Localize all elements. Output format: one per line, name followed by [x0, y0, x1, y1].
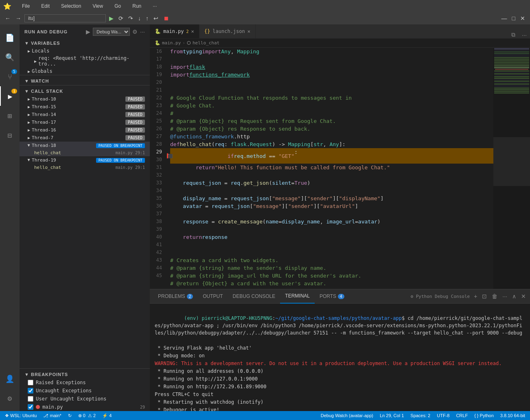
breadcrumb-fn[interactable]: hello_chat	[193, 40, 219, 46]
debug-restart-button[interactable]: ⟳	[117, 14, 125, 22]
thread14-item[interactable]: ▶Thread-14 PAUSED	[20, 111, 150, 118]
watch-section: ▼ WATCH	[20, 75, 150, 85]
panel-chevron-up-button[interactable]: ∧	[511, 292, 517, 300]
ports-tab[interactable]: PORTS 4	[315, 289, 349, 304]
status-errors[interactable]: ⊗ 0 ⚠ 2	[77, 413, 97, 418]
terminal-content[interactable]: (env) pierrick@LAPTOP-HKU5PNNG:~/git/goo…	[150, 304, 530, 411]
window-minimize-button[interactable]: —	[500, 14, 509, 22]
thread7-item[interactable]: ▶Thread-7 PAUSED	[20, 134, 150, 142]
activity-search[interactable]: 🔍	[0, 47, 20, 67]
breadcrumb-icon: 🐍	[155, 40, 160, 46]
debug-console-tab[interactable]: DEBUG CONSOLE	[228, 289, 280, 304]
status-cursor-position[interactable]: Ln 29, Col 1	[378, 413, 405, 418]
panel-close-button[interactable]: ✕	[520, 292, 527, 300]
activity-source-control[interactable]: ⑂ 5	[0, 67, 20, 86]
code-content[interactable]: from typing import Any, Mapping import f…	[167, 48, 493, 289]
status-encoding[interactable]: UTF-8	[435, 413, 451, 418]
menu-more[interactable]: ···	[150, 2, 159, 10]
status-spaces[interactable]: Spaces: 2	[409, 413, 432, 418]
callstack-title[interactable]: ▼ CALL STACK	[20, 85, 150, 95]
debug-search-input[interactable]	[24, 14, 106, 22]
menu-run[interactable]: Run	[130, 2, 144, 10]
code-line-38	[170, 225, 493, 233]
status-eol[interactable]: CRLF	[454, 413, 469, 418]
activity-explorer[interactable]: 📄	[0, 28, 20, 47]
status-ports[interactable]: ⚡ 4	[101, 413, 113, 418]
editor-more-button[interactable]: ···	[519, 32, 530, 38]
breadcrumb-sep1: ›	[182, 40, 185, 46]
window-maximize-button[interactable]: □	[510, 14, 517, 22]
panel-add-button[interactable]: +	[473, 292, 478, 300]
debug-stop-button[interactable]: ⏹	[162, 14, 171, 22]
thread19-frame[interactable]: hello_chat main.py 29:1	[20, 164, 150, 171]
watch-title[interactable]: ▼ WATCH	[20, 75, 150, 85]
menu-file[interactable]: File	[20, 2, 32, 10]
debug-continue-button[interactable]: ▶	[107, 14, 115, 22]
debug-step-back-button[interactable]: ↩	[152, 14, 160, 22]
debug-settings-button[interactable]: ⚙	[132, 28, 138, 36]
thread18-item[interactable]: ▶Thread-18 PAUSED ON BREAKPOINT	[20, 142, 150, 149]
code-line-16: from typing import Any, Mapping	[170, 48, 493, 55]
status-git-branch[interactable]: ⎇ main*	[42, 413, 63, 418]
nav-forward-button[interactable]: →	[14, 14, 23, 22]
menu-view[interactable]: View	[90, 2, 105, 10]
panel-trash-button[interactable]: 🗑	[491, 292, 498, 300]
panel-more-button[interactable]: ···	[502, 292, 508, 300]
sidebar: RUN AND DEBUG ▶ Debug Wa... ⚙ ··· ▼ VARI…	[20, 24, 150, 411]
uncaught-exceptions-item[interactable]: Uncaught Exceptions	[20, 387, 150, 395]
window-close-button[interactable]: ✕	[519, 14, 527, 22]
status-language[interactable]: { } Python	[473, 413, 495, 418]
problems-badge: 2	[187, 294, 193, 299]
problems-tab[interactable]: PROBLEMS 2	[153, 289, 198, 304]
editor-split-button[interactable]: ⧉	[508, 31, 519, 38]
debug-step-into-button[interactable]: ↓	[136, 14, 142, 22]
thread17-item[interactable]: ▶Thread-17 PAUSED	[20, 118, 150, 126]
terminal-tab[interactable]: TERMINAL	[280, 289, 315, 304]
debug-config-select[interactable]: Debug Wa...	[93, 28, 130, 36]
uncaught-exceptions-checkbox[interactable]	[28, 388, 33, 394]
mainpy-breakpoint-item[interactable]: main.py 29	[20, 403, 150, 411]
breakpoints-title[interactable]: ▼ BREAKPOINTS	[20, 369, 150, 378]
req-variable: req: <Request 'http://charming-tro...	[38, 55, 145, 67]
activity-extensions[interactable]: ⊞	[0, 106, 20, 125]
status-sync[interactable]: ↻	[66, 413, 73, 418]
raised-exceptions-item[interactable]: Raised Exceptions	[20, 378, 150, 387]
tab-launchjson-close[interactable]: ✕	[247, 28, 250, 34]
locals-item[interactable]: ▶ Locals	[20, 47, 150, 55]
user-uncaught-item[interactable]: User Uncaught Exceptions	[20, 395, 150, 403]
run-debug-run-button[interactable]: ▶	[86, 28, 90, 36]
activity-run-debug[interactable]: ▶ 1	[0, 86, 20, 106]
status-wsl[interactable]: ❖ WSL: Ubuntu	[3, 413, 38, 418]
thread15-item[interactable]: ▶Thread-15 PAUSED	[20, 103, 150, 111]
thread18-frame[interactable]: hello_chat main.py 29:1	[20, 149, 150, 156]
nav-back-button[interactable]: ←	[3, 14, 12, 22]
debug-more-button[interactable]: ···	[140, 28, 145, 36]
activity-accounts[interactable]: 👤	[0, 369, 20, 388]
variables-title[interactable]: ▼ VARIABLES	[20, 37, 150, 47]
status-debug-session[interactable]: Debug Watch (avatar-app)	[319, 413, 375, 418]
thread10-item[interactable]: ▶Thread-10 PAUSED	[20, 95, 150, 103]
tab-mainpy[interactable]: 🐍 main.py 2 ✕	[150, 24, 199, 38]
globals-item[interactable]: ▶ Globals	[20, 68, 150, 75]
req-variable-item[interactable]: ▶ req: <Request 'http://charming-tro...	[20, 55, 150, 68]
thread16-item[interactable]: ▶Thread-16 PAUSED	[20, 126, 150, 134]
menu-edit[interactable]: Edit	[39, 2, 52, 10]
tab-mainpy-close[interactable]: ✕	[191, 28, 194, 34]
debug-step-out-button[interactable]: ↑	[144, 14, 150, 22]
user-uncaught-checkbox[interactable]	[28, 396, 33, 402]
activity-remote[interactable]: ⊟	[0, 125, 20, 145]
raised-exceptions-checkbox[interactable]	[28, 380, 33, 385]
activity-settings[interactable]: ⚙	[0, 388, 20, 408]
output-tab[interactable]: OUTPUT	[198, 289, 228, 304]
panel-layout-button[interactable]: ⊡	[481, 292, 488, 300]
breadcrumb-file[interactable]: main.py	[162, 40, 181, 46]
thread19-item[interactable]: ▶Thread-19 PAUSED ON BREAKPOINT	[20, 156, 150, 164]
menu-go[interactable]: Go	[112, 2, 123, 10]
tab-launchjson[interactable]: {} launch.json ✕	[199, 24, 256, 38]
thread18-fn: hello_chat	[34, 150, 61, 155]
mainpy-checkbox[interactable]	[28, 404, 33, 410]
ports-label: PORTS	[320, 293, 336, 299]
debug-step-over-button[interactable]: ↷	[127, 14, 135, 22]
menu-selection[interactable]: Selection	[59, 2, 83, 10]
status-python-version[interactable]: 3.8.10 64-bit	[499, 413, 527, 418]
